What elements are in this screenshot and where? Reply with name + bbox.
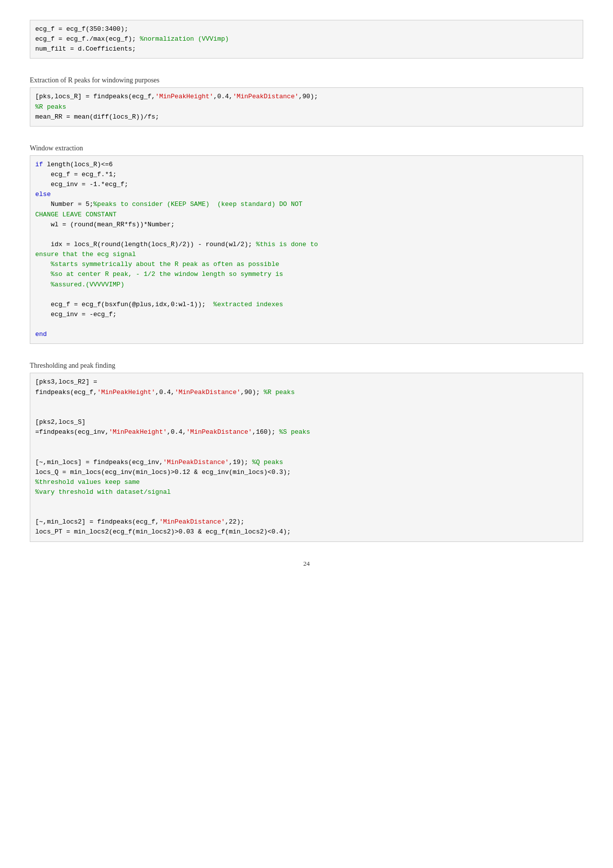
window-extraction-section: Window extraction if length(locs_R)<=6 e… — [30, 144, 583, 344]
normalization-code: ecg_f = ecg_f(350:3400); ecg_f = ecg_f./… — [30, 20, 583, 59]
r-peaks-section: Extraction of R peaks for windowing purp… — [30, 76, 583, 126]
normalization-section: ecg_f = ecg_f(350:3400); ecg_f = ecg_f./… — [30, 20, 583, 59]
thresholding-label: Thresholding and peak finding — [30, 362, 583, 370]
page-number: 24 — [30, 560, 583, 568]
thresholding-code: [pks3,locs_R2] = findpeaks(ecg_f,'MinPea… — [30, 373, 583, 541]
window-extraction-label: Window extraction — [30, 144, 583, 152]
window-extraction-code: if length(locs_R)<=6 ecg_f = ecg_f.*1; e… — [30, 155, 583, 344]
thresholding-section: Thresholding and peak finding [pks3,locs… — [30, 362, 583, 541]
r-peaks-code: [pks,locs_R] = findpeaks(ecg_f,'MinPeakH… — [30, 87, 583, 126]
r-peaks-label: Extraction of R peaks for windowing purp… — [30, 76, 583, 84]
